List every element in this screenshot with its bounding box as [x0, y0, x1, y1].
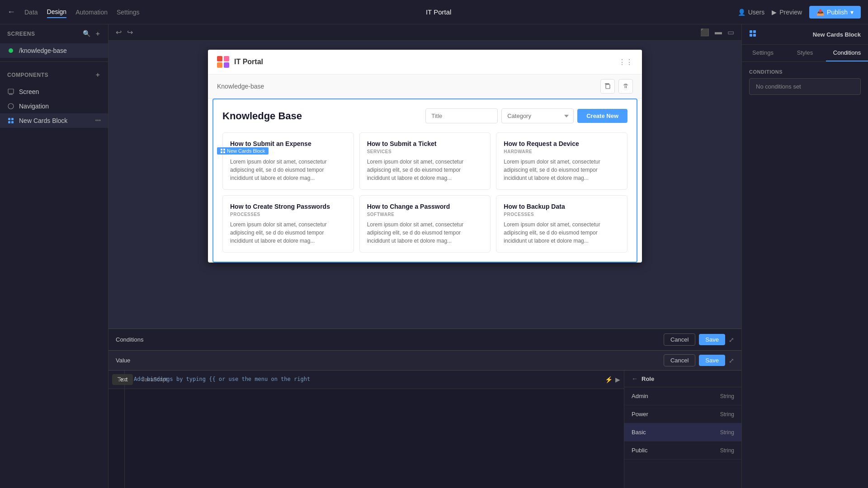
- add-component-icon[interactable]: ＋: [94, 71, 101, 79]
- value-title: Value: [116, 357, 130, 364]
- conditions-panel-actions: Cancel Save ⤢: [664, 333, 734, 346]
- sidebar-divider: [0, 61, 108, 62]
- value-panel-actions: Cancel Save ⤢: [664, 354, 734, 366]
- nav-tab-automation[interactable]: Automation: [75, 7, 108, 18]
- value-cancel-button[interactable]: Cancel: [664, 354, 695, 366]
- app-name-label: IT Portal: [234, 58, 263, 66]
- kb-card-body: Lorem ipsum dolor sit amet, consectetur …: [367, 221, 483, 245]
- top-nav-right: 👤 Users ▶ Preview 📤 Publish ▾: [738, 6, 861, 19]
- role-item[interactable]: Public String: [624, 441, 741, 460]
- kb-title: Knowledge Base: [222, 110, 302, 122]
- nav-tab-settings[interactable]: Settings: [117, 7, 140, 18]
- kb-card-title: How to Submit an Expense: [230, 140, 346, 147]
- role-panel-header: ← Role: [624, 371, 741, 387]
- role-item[interactable]: Basic String: [624, 423, 741, 441]
- canvas-toolbar-left: ↩ ↪: [116, 28, 133, 37]
- main-layout: Screens 🔍 ＋ /knowledge-base Components ＋…: [0, 24, 868, 488]
- component-options-icon[interactable]: •••: [95, 117, 101, 124]
- nav-tab-design[interactable]: Design: [47, 6, 67, 18]
- app-frame-toolbar: Knowledge-base: [208, 75, 642, 99]
- app-frame: IT Portal ⋮⋮ Knowledge-base: [208, 50, 642, 263]
- svg-rect-7: [8, 121, 10, 123]
- nav-tab-data[interactable]: Data: [24, 7, 38, 18]
- tablet-view-button[interactable]: ▬: [715, 28, 722, 37]
- undo-button[interactable]: ↩: [116, 28, 122, 37]
- kb-card-body: Lorem ipsum dolor sit amet, consectetur …: [230, 158, 346, 182]
- canvas-outer: IT Portal ⋮⋮ Knowledge-base: [108, 41, 741, 328]
- rs-header: New Cards Block: [742, 24, 868, 45]
- conditions-title: Conditions: [116, 336, 143, 343]
- conditions-cancel-button[interactable]: Cancel: [664, 333, 695, 346]
- back-button[interactable]: ←: [7, 7, 15, 17]
- selected-block-border: Knowledge Base Category Create New: [212, 99, 637, 263]
- logo-sq-3: [217, 62, 222, 68]
- kb-card: How to Create Strong Passwords PROCESSES…: [222, 195, 354, 253]
- frame-toolbar-actions: [600, 79, 633, 94]
- center-area: ↩ ↪ ⬛ ▬ ▭: [108, 24, 741, 488]
- value-expand-icon[interactable]: ⤢: [729, 357, 734, 364]
- sidebar-item-navigation[interactable]: Navigation: [0, 99, 108, 113]
- breadcrumb: Knowledge-base: [217, 83, 264, 90]
- svg-rect-15: [753, 30, 756, 33]
- role-item[interactable]: Admin String: [624, 387, 741, 405]
- rs-tabs: Settings Styles Conditions: [742, 45, 868, 62]
- copy-frame-button[interactable]: [600, 79, 615, 94]
- screen-component-icon: [7, 88, 14, 95]
- preview-button[interactable]: ▶ Preview: [772, 9, 802, 16]
- kb-card-title: How to Request a Device: [504, 140, 620, 147]
- category-select[interactable]: Category: [501, 108, 574, 123]
- rs-tab-settings[interactable]: Settings: [742, 45, 784, 61]
- role-panel-title: Role: [642, 375, 654, 382]
- cards-block-icon: [7, 117, 14, 124]
- title-input[interactable]: [425, 108, 498, 123]
- rs-tab-conditions[interactable]: Conditions: [826, 45, 868, 61]
- add-screen-icon[interactable]: ＋: [94, 30, 101, 38]
- kb-cards-grid: How to Submit an Expense PROCESSES Lorem…: [222, 132, 627, 253]
- rs-block-icon: [749, 30, 756, 39]
- delete-frame-button[interactable]: [618, 79, 633, 94]
- kb-card-category: PROCESSES: [504, 212, 620, 217]
- svg-rect-8: [11, 121, 14, 123]
- line-numbers: 1: [108, 371, 125, 488]
- svg-rect-17: [753, 34, 756, 37]
- code-content[interactable]: Add bindings by typing {{ or use the men…: [128, 371, 624, 488]
- role-name: Power: [632, 411, 648, 418]
- kb-card: How to Backup Data PROCESSES Lorem ipsum…: [496, 195, 627, 253]
- svg-rect-5: [8, 118, 10, 120]
- mobile-view-button[interactable]: ▭: [727, 28, 734, 37]
- kb-card-category: PROCESSES: [230, 212, 346, 217]
- desktop-view-button[interactable]: ⬛: [700, 28, 709, 37]
- roles-list: Admin String Power String Basic String P…: [624, 387, 741, 460]
- logo-sq-2: [224, 56, 229, 61]
- rs-block-title: New Cards Block: [813, 31, 861, 38]
- bottom-panel: Conditions Cancel Save ⤢ Value Cancel Sa…: [108, 328, 741, 488]
- conditions-expand-icon[interactable]: ⤢: [729, 336, 734, 343]
- value-save-button[interactable]: Save: [699, 355, 725, 366]
- top-nav-left: ← Data Design Automation Settings: [7, 6, 140, 18]
- screens-header-icons: 🔍 ＋: [83, 30, 101, 38]
- active-dot: [9, 48, 13, 53]
- components-section-header: Components ＋: [0, 66, 108, 84]
- canvas-toolbar: ↩ ↪ ⬛ ▬ ▭: [108, 24, 741, 41]
- role-item[interactable]: Power String: [624, 405, 741, 423]
- search-icon[interactable]: 🔍: [83, 30, 91, 38]
- role-back-arrow[interactable]: ←: [632, 375, 638, 382]
- kb-card-title: How to Backup Data: [504, 203, 620, 210]
- users-button[interactable]: 👤 Users: [738, 9, 765, 16]
- sidebar-item-screen[interactable]: Screen: [0, 84, 108, 99]
- top-nav: ← Data Design Automation Settings IT Por…: [0, 0, 868, 24]
- frame-dots-icon[interactable]: ⋮⋮: [618, 58, 633, 66]
- svg-point-4: [8, 103, 14, 109]
- kb-controls: Category Create New: [425, 108, 627, 123]
- sidebar-item-new-cards-block[interactable]: New Cards Block •••: [0, 113, 108, 128]
- conditions-save-button[interactable]: Save: [699, 334, 725, 345]
- publish-button[interactable]: 📤 Publish ▾: [809, 6, 861, 19]
- right-sidebar: New Cards Block Settings Styles Conditio…: [741, 24, 868, 488]
- sidebar-item-knowledge-base[interactable]: /knowledge-base: [0, 43, 108, 58]
- create-new-button[interactable]: Create New: [577, 109, 627, 123]
- svg-rect-10: [221, 149, 222, 150]
- rs-tab-styles[interactable]: Styles: [784, 45, 826, 61]
- kb-card-body: Lorem ipsum dolor sit amet, consectetur …: [504, 158, 620, 182]
- redo-button[interactable]: ↪: [127, 28, 133, 37]
- code-editor[interactable]: Text JavaScript ⚡ ▶ 1 Add bindings by ty…: [108, 371, 624, 488]
